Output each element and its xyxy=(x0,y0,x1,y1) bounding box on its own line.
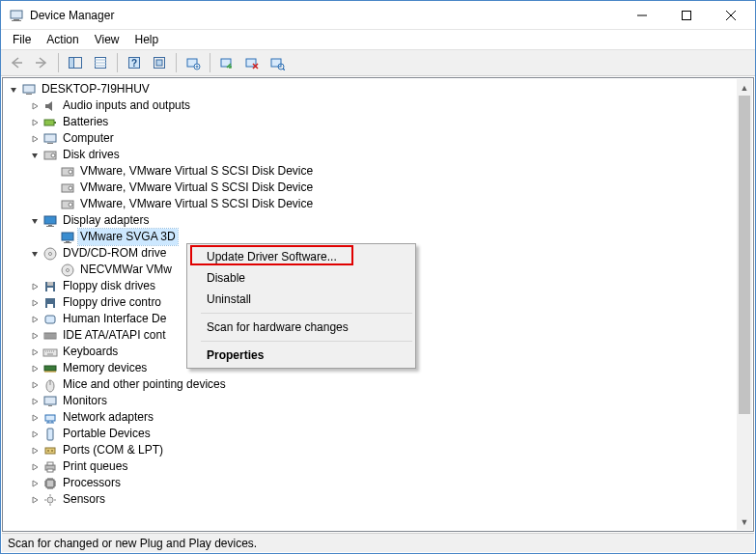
tree-category[interactable]: Monitors xyxy=(6,393,737,409)
tree-device[interactable]: VMware, VMware Virtual S SCSI Disk Devic… xyxy=(6,180,737,196)
tree-node-label: VMware, VMware Virtual S SCSI Disk Devic… xyxy=(78,180,315,196)
forward-button[interactable] xyxy=(30,51,53,74)
tree-category[interactable]: Batteries xyxy=(6,114,737,130)
scrollbar-thumb[interactable] xyxy=(739,96,750,414)
chevron-down-icon[interactable] xyxy=(6,82,21,97)
minimize-button[interactable] xyxy=(620,1,664,29)
tree-device[interactable]: VMware, VMware Virtual S SCSI Disk Devic… xyxy=(6,163,737,180)
back-button[interactable] xyxy=(5,51,28,74)
tree-category[interactable]: Network adapters xyxy=(6,409,737,426)
chevron-right-icon[interactable] xyxy=(27,361,42,376)
tree-node-label: NECVMWar VMw xyxy=(78,262,174,278)
maximize-button[interactable] xyxy=(664,1,709,29)
update-driver-button[interactable] xyxy=(182,51,205,74)
chevron-right-icon[interactable] xyxy=(27,312,42,327)
mouse-icon xyxy=(42,377,58,393)
tree-root-label: DESKTOP-7I9HHUV xyxy=(40,81,152,97)
tree-category[interactable]: Audio inputs and outputs xyxy=(6,97,737,114)
window-title: Device Manager xyxy=(30,9,620,22)
svg-rect-2 xyxy=(12,20,21,21)
tree-category[interactable]: Sensors xyxy=(6,491,737,508)
title-bar: Device Manager xyxy=(1,1,755,30)
tree-category[interactable]: Display adapters xyxy=(6,212,737,229)
chevron-right-icon[interactable] xyxy=(27,394,42,409)
tree-category[interactable]: Portable Devices xyxy=(6,426,737,442)
tree-category[interactable]: Processors xyxy=(6,475,737,491)
chevron-down-icon[interactable] xyxy=(27,213,42,229)
properties-button[interactable] xyxy=(89,51,112,74)
twisty-none xyxy=(44,263,60,278)
disk-icon xyxy=(60,164,75,180)
portable-icon xyxy=(42,427,58,442)
network-icon xyxy=(42,410,58,426)
hid-icon xyxy=(42,312,58,327)
ctx-separator xyxy=(201,341,412,342)
tree-node-label: VMware, VMware Virtual S SCSI Disk Devic… xyxy=(78,163,315,180)
view-devices-button[interactable] xyxy=(148,51,171,74)
svg-rect-42 xyxy=(47,282,53,286)
menu-view[interactable]: View xyxy=(87,31,127,48)
chevron-right-icon[interactable] xyxy=(27,131,42,147)
tree-root[interactable]: DESKTOP-7I9HHUV xyxy=(6,81,737,97)
chevron-right-icon[interactable] xyxy=(27,295,42,311)
scroll-up-button[interactable]: ▲ xyxy=(737,79,752,96)
uninstall-device-button[interactable] xyxy=(240,51,264,74)
chevron-right-icon[interactable] xyxy=(27,115,42,130)
svg-rect-60 xyxy=(47,469,53,472)
tree-category[interactable]: Disk drives xyxy=(6,147,737,163)
scan-hardware-button[interactable] xyxy=(266,51,289,74)
console-tree-button[interactable] xyxy=(64,51,87,74)
tree-category[interactable]: Ports (COM & LPT) xyxy=(6,442,737,458)
enable-device-button[interactable] xyxy=(215,51,238,74)
twisty-none xyxy=(44,164,60,180)
tree-device[interactable]: VMware, VMware Virtual S SCSI Disk Devic… xyxy=(6,196,737,212)
vertical-scrollbar[interactable]: ▲ ▼ xyxy=(737,79,752,530)
tree-node-label: Floppy drive contro xyxy=(61,294,163,311)
chevron-right-icon[interactable] xyxy=(27,377,42,393)
battery-icon xyxy=(42,115,58,130)
help-button[interactable]: ? xyxy=(123,51,146,74)
tree-node-label: Mice and other pointing devices xyxy=(61,376,228,393)
chevron-right-icon[interactable] xyxy=(27,443,42,458)
svg-rect-45 xyxy=(47,304,53,308)
chevron-right-icon[interactable] xyxy=(27,459,42,475)
tree-node-label: Portable Devices xyxy=(61,426,153,442)
ctx-scan-hardware[interactable]: Scan for hardware changes xyxy=(189,317,413,338)
floppy-controller-icon xyxy=(42,295,58,311)
scroll-down-button[interactable]: ▼ xyxy=(737,513,752,530)
tree-category[interactable]: Computer xyxy=(6,130,737,147)
tree-category[interactable]: Print queues xyxy=(6,458,737,475)
chevron-right-icon[interactable] xyxy=(27,98,42,114)
svg-point-30 xyxy=(69,203,72,207)
chevron-right-icon[interactable] xyxy=(27,492,42,508)
toolbar-separator xyxy=(210,53,210,72)
menu-file[interactable]: File xyxy=(5,31,39,48)
menu-action[interactable]: Action xyxy=(39,31,86,48)
tree-category[interactable]: Mice and other pointing devices xyxy=(6,376,737,393)
chevron-down-icon[interactable] xyxy=(27,246,42,262)
sensor-icon xyxy=(42,492,58,508)
chevron-right-icon[interactable] xyxy=(27,328,42,344)
ctx-update-driver[interactable]: Update Driver Software... xyxy=(189,246,413,267)
disk-icon xyxy=(60,197,75,212)
computer-icon xyxy=(42,131,58,147)
chevron-down-icon[interactable] xyxy=(27,148,42,163)
tree-node-label: IDE ATA/ATAPI cont xyxy=(61,327,167,344)
tree-node-label: Computer xyxy=(61,130,116,147)
chevron-right-icon[interactable] xyxy=(27,279,42,294)
chevron-right-icon[interactable] xyxy=(27,345,42,360)
svg-point-40 xyxy=(67,268,70,271)
chevron-right-icon[interactable] xyxy=(27,410,42,426)
chevron-right-icon[interactable] xyxy=(27,427,42,442)
close-button[interactable] xyxy=(709,1,753,29)
chevron-right-icon[interactable] xyxy=(27,476,42,491)
ctx-disable[interactable]: Disable xyxy=(189,267,413,289)
menu-help[interactable]: Help xyxy=(127,31,167,48)
ctx-uninstall[interactable]: Uninstall xyxy=(189,289,413,310)
ctx-properties[interactable]: Properties xyxy=(189,345,413,366)
menu-bar: File Action View Help xyxy=(1,30,755,49)
optical-icon xyxy=(42,246,58,262)
svg-rect-10 xyxy=(156,60,162,66)
svg-rect-3 xyxy=(683,11,691,19)
svg-rect-20 xyxy=(54,122,56,124)
